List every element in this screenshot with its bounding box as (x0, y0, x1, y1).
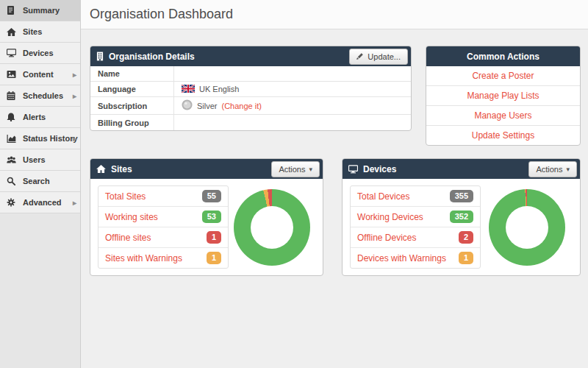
stat-label: Total Sites (105, 191, 146, 202)
common-actions-panel: Common Actions Create a Poster Manage Pl… (426, 46, 581, 146)
detail-row-billing-group: Billing Group (90, 115, 411, 130)
organisation-details-header: Organisation Details Update... (90, 46, 411, 66)
chevron-right-icon: ▸ (73, 71, 76, 79)
language-value: UK English (199, 85, 239, 93)
update-settings-link[interactable]: Update Settings (426, 126, 580, 145)
devices-donut-wrap (481, 189, 573, 266)
sidebar-item-sites[interactable]: Sites (0, 21, 80, 43)
sidebar-item-label: Schedules (23, 91, 63, 100)
caret-down-icon: ▾ (309, 166, 312, 173)
page-title: Organisation Dashboard (90, 7, 581, 22)
sites-warnings-row[interactable]: Sites with Warnings 1 (98, 248, 228, 268)
devices-panel-header: Devices Actions ▾ (343, 159, 580, 179)
stat-label: Sites with Warnings (105, 253, 182, 263)
stat-label: Offline Devices (357, 233, 416, 243)
devices-donut-chart (489, 189, 565, 266)
stat-label: Devices with Warnings (357, 253, 446, 263)
sidebar-item-alerts[interactable]: Alerts (0, 107, 80, 128)
detail-label: Subscription (90, 97, 174, 114)
sidebar-item-content[interactable]: Content ▸ (0, 64, 80, 85)
stat-label: Working Devices (357, 212, 423, 222)
home-icon (96, 165, 106, 173)
panel-title: Common Actions (467, 52, 539, 62)
working-sites-row[interactable]: Working sites 53 (98, 207, 228, 227)
home-icon (7, 28, 18, 36)
devices-warnings-row[interactable]: Devices with Warnings 1 (351, 248, 480, 268)
sidebar-item-label: Sites (23, 27, 42, 36)
uk-flag-icon (182, 85, 195, 94)
detail-row-language: Language UK English (90, 82, 411, 97)
sidebar-item-label: Search (23, 177, 50, 185)
chevron-right-icon: ▸ (73, 135, 76, 143)
sidebar-item-devices[interactable]: Devices (0, 43, 80, 64)
silver-coin-icon (182, 99, 193, 112)
status-badge: 1 (207, 231, 221, 244)
stat-label: Total Devices (357, 191, 409, 202)
sidebar-item-label: Status History (23, 134, 78, 143)
caret-down-icon: ▾ (566, 166, 570, 173)
building-icon (96, 52, 104, 61)
pencil-icon (356, 52, 364, 61)
status-badge: 2 (459, 231, 473, 244)
sidebar-item-label: Content (23, 70, 54, 79)
sites-panel: Sites Actions ▾ Total Sites 55 (90, 158, 323, 276)
total-devices-row[interactable]: Total Devices 355 (351, 186, 480, 207)
status-badge: 1 (207, 252, 221, 264)
manage-users-link[interactable]: Manage Users (426, 106, 580, 126)
calendar-icon (7, 91, 18, 100)
offline-sites-row[interactable]: Offline sites 1 (98, 227, 228, 248)
status-badge: 55 (202, 190, 221, 202)
organisation-details-panel: Organisation Details Update... Name (90, 46, 412, 131)
users-icon (7, 156, 18, 164)
document-icon (7, 6, 18, 15)
sites-actions-button[interactable]: Actions ▾ (271, 161, 320, 177)
area-chart-icon (7, 135, 18, 143)
detail-row-name: Name (90, 66, 411, 82)
detail-value (174, 115, 189, 130)
sites-stat-list: Total Sites 55 Working sites 53 Offline … (98, 185, 229, 269)
manage-playlists-link[interactable]: Manage Play Lists (426, 86, 580, 106)
sidebar-item-label: Users (23, 155, 46, 164)
detail-label: Name (90, 66, 174, 81)
sites-donut-wrap (229, 189, 315, 266)
chevron-right-icon: ▸ (73, 199, 76, 207)
total-sites-row[interactable]: Total Sites 55 (98, 186, 228, 207)
change-subscription-link[interactable]: (Change it) (222, 102, 262, 110)
detail-label: Language (90, 82, 174, 96)
image-icon (7, 71, 18, 78)
update-button[interactable]: Update... (349, 49, 408, 65)
sidebar-item-label: Advanced (23, 198, 62, 207)
monitor-icon (7, 49, 18, 57)
monitor-icon (348, 165, 358, 174)
status-badge: 352 (450, 210, 473, 223)
sites-panel-body: Total Sites 55 Working sites 53 Offline … (90, 179, 323, 275)
common-actions-header: Common Actions (426, 46, 580, 66)
stat-label: Working sites (105, 212, 158, 222)
app-window: Summary Sites Devices Content ▸ Sc (0, 0, 588, 368)
devices-actions-button[interactable]: Actions ▾ (528, 161, 577, 177)
gear-icon (7, 198, 18, 207)
sidebar-item-label: Alerts (23, 113, 46, 121)
detail-value (174, 66, 189, 81)
sidebar-item-search[interactable]: Search (0, 171, 80, 192)
create-poster-link[interactable]: Create a Poster (426, 66, 580, 86)
panel-title: Organisation Details (109, 52, 195, 62)
offline-devices-row[interactable]: Offline Devices 2 (351, 227, 480, 248)
bell-icon (7, 113, 18, 121)
status-badge: 355 (450, 190, 473, 202)
title-bar: Organisation Dashboard (81, 0, 588, 29)
sidebar-item-advanced[interactable]: Advanced ▸ (0, 192, 80, 213)
devices-panel: Devices Actions ▾ Total Devices 355 (342, 158, 581, 276)
working-devices-row[interactable]: Working Devices 352 (351, 207, 480, 227)
chevron-right-icon: ▸ (73, 92, 76, 100)
sidebar-item-schedules[interactable]: Schedules ▸ (0, 85, 80, 107)
devices-panel-body: Total Devices 355 Working Devices 352 Of… (343, 179, 580, 275)
sidebar-item-users[interactable]: Users (0, 149, 80, 171)
sidebar-item-status-history[interactable]: Status History ▸ (0, 128, 80, 149)
search-icon (7, 177, 18, 185)
panel-title: Devices (363, 164, 396, 174)
main-content: Organisation Dashboard Organisation Deta… (81, 0, 588, 368)
subscription-value: Silver (197, 102, 218, 110)
sidebar-item-summary[interactable]: Summary (0, 0, 80, 21)
sidebar-item-label: Summary (23, 6, 60, 15)
